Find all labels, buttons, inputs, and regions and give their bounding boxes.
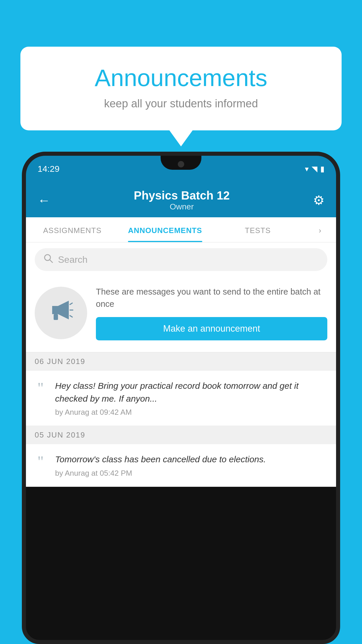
announcement-meta-1: by Anurag at 09:42 AM [55,408,327,417]
announcement-message-1: Hey class! Bring your practical record b… [55,379,327,405]
promo-right: These are messages you want to send to t… [96,286,327,340]
svg-marker-2 [52,306,58,314]
bubble-subtitle: keep all your students informed [35,97,327,110]
status-icons: ▾ ◥ ▮ [305,164,324,174]
status-time: 14:29 [38,164,59,174]
tab-announcements[interactable]: ANNOUNCEMENTS [119,217,211,242]
promo-icon-circle [35,287,87,339]
date-separator-1: 06 JUN 2019 [26,352,336,371]
tab-assignments[interactable]: ASSIGNMENTS [26,217,119,242]
app-header: ← Physics Batch 12 Owner ⚙ [26,182,336,217]
megaphone-icon [48,297,74,329]
date-separator-2: 05 JUN 2019 [26,426,336,444]
promo-section: These are messages you want to send to t… [26,277,336,352]
search-placeholder: Search [58,254,87,265]
gear-icon[interactable]: ⚙ [313,193,324,208]
speech-bubble-wrapper: Announcements keep all your students inf… [20,47,342,130]
back-button[interactable]: ← [38,193,50,208]
speech-bubble: Announcements keep all your students inf… [20,47,342,130]
tab-more[interactable]: › [304,217,336,242]
status-bar: 14:29 ▾ ◥ ▮ [26,156,336,182]
search-bar[interactable]: Search [35,248,327,271]
svg-line-4 [70,303,72,304]
search-bar-wrapper: Search [26,242,336,277]
announcement-message-2: Tomorrow's class has been cancelled due … [55,453,327,466]
promo-description: These are messages you want to send to t… [96,286,327,310]
phone-notch [161,156,201,170]
make-announcement-button[interactable]: Make an announcement [96,317,327,340]
signal-icon: ◥ [312,164,317,174]
announcement-meta-2: by Anurag at 05:42 PM [55,469,327,478]
wifi-icon: ▾ [305,164,309,174]
phone-content: Search These are messages you [26,242,336,487]
announcement-item-1[interactable]: " Hey class! Bring your practical record… [26,371,336,426]
announcement-text-block-2: Tomorrow's class has been cancelled due … [55,453,327,478]
svg-line-6 [70,316,72,317]
quote-icon-1: " [32,381,49,396]
camera-dot [178,161,184,167]
header-title: Physics Batch 12 [134,189,230,202]
search-icon [43,253,53,266]
phone-frame: 14:29 ▾ ◥ ▮ ← Physics Batch 12 Owner ⚙ A… [22,152,340,644]
header-subtitle: Owner [134,202,230,211]
announcement-text-block-1: Hey class! Bring your practical record b… [55,379,327,417]
announcement-item-2[interactable]: " Tomorrow's class has been cancelled du… [26,444,336,487]
tab-tests[interactable]: TESTS [211,217,304,242]
bubble-title: Announcements [35,64,327,92]
battery-icon: ▮ [320,164,324,174]
svg-line-1 [50,260,53,263]
svg-rect-3 [54,314,58,320]
header-center: Physics Batch 12 Owner [134,189,230,211]
quote-icon-2: " [32,454,49,469]
tabs-bar: ASSIGNMENTS ANNOUNCEMENTS TESTS › [26,217,336,242]
